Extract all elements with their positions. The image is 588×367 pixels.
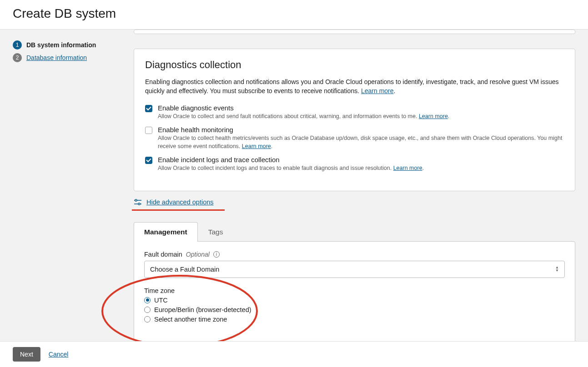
diag-events-row: Enable diagnostic events Allow Oracle to… [145, 104, 564, 121]
svg-point-3 [138, 203, 140, 205]
incident-logs-checkbox[interactable] [145, 157, 152, 164]
radio-browser[interactable] [144, 307, 151, 313]
advanced-tabs: Management Tags Fault domain Optional i … [134, 222, 575, 344]
incident-logs-row: Enable incident logs and trace collectio… [145, 156, 564, 173]
page-header: Create DB system [0, 0, 588, 30]
step-number: 1 [13, 40, 22, 50]
page-title: Create DB system [13, 6, 575, 21]
previous-card-edge [134, 30, 575, 34]
step-database-info[interactable]: 2 Database information [13, 53, 125, 62]
step-label: DB system information [26, 41, 96, 49]
advanced-toggle-label: Hide advanced options [146, 198, 214, 206]
tz-browser-label: Europe/Berlin (browser-detected) [154, 306, 251, 313]
radio-utc[interactable] [144, 297, 151, 303]
step-number: 2 [13, 53, 22, 62]
diag-events-title: Enable diagnostic events [158, 104, 564, 112]
tz-utc-label: UTC [154, 297, 168, 304]
health-monitoring-checkbox[interactable] [145, 127, 152, 134]
timezone-block: Time zone UTC Europe/Berlin (browser-det… [144, 287, 565, 323]
health-monitoring-subtext: Allow Oracle to collect health metrics/e… [158, 134, 564, 150]
svg-point-1 [135, 199, 137, 201]
management-panel: Fault domain Optional i Choose a Fault D… [134, 241, 575, 344]
fault-domain-select[interactable]: Choose a Fault Domain ▲▼ [144, 261, 565, 278]
tab-tags[interactable]: Tags [198, 222, 234, 242]
timezone-label: Time zone [144, 287, 565, 294]
info-icon[interactable]: i [213, 251, 220, 258]
tz-option-browser[interactable]: Europe/Berlin (browser-detected) [144, 306, 565, 313]
diagnostics-card: Diagnostics collection Enabling diagnost… [134, 49, 575, 191]
tz-option-utc[interactable]: UTC [144, 297, 565, 304]
diag-events-subtext: Allow Oracle to collect and send fault n… [158, 113, 564, 121]
incident-logs-title: Enable incident logs and trace collectio… [158, 156, 564, 164]
radio-other[interactable] [144, 316, 151, 322]
cancel-link[interactable]: Cancel [49, 351, 69, 358]
main-content: Diagnostics collection Enabling diagnost… [134, 30, 588, 344]
step-label: Database information [26, 54, 87, 61]
advanced-toggle[interactable]: Hide advanced options [134, 198, 575, 206]
health-monitoring-title: Enable health monitoring [158, 126, 564, 134]
learn-more-link[interactable]: Learn more [361, 87, 394, 94]
tab-management[interactable]: Management [134, 222, 198, 242]
annotation-underline [132, 209, 225, 211]
next-button[interactable]: Next [13, 347, 40, 362]
learn-more-link[interactable]: Learn more [419, 113, 448, 119]
incident-logs-subtext: Allow Oracle to collect incident logs an… [158, 164, 564, 173]
tz-other-label: Select another time zone [154, 316, 227, 323]
optional-badge: Optional [186, 251, 210, 258]
learn-more-link[interactable]: Learn more [242, 143, 271, 149]
fault-domain-label: Fault domain [144, 251, 182, 258]
step-db-system-info[interactable]: 1 DB system information [13, 40, 125, 50]
wizard-steps-sidebar: 1 DB system information 2 Database infor… [0, 30, 134, 344]
learn-more-link[interactable]: Learn more [393, 165, 422, 171]
chevron-up-down-icon: ▲▼ [555, 266, 559, 272]
diag-events-checkbox[interactable] [145, 105, 152, 112]
sliders-icon [134, 198, 142, 206]
diagnostics-title: Diagnostics collection [145, 59, 564, 71]
tz-option-other[interactable]: Select another time zone [144, 316, 565, 323]
fault-domain-placeholder: Choose a Fault Domain [150, 266, 219, 273]
diagnostics-description: Enabling diagnostics collection and noti… [145, 77, 564, 96]
footer-bar: Next Cancel [0, 341, 588, 367]
health-monitoring-row: Enable health monitoring Allow Oracle to… [145, 126, 564, 150]
